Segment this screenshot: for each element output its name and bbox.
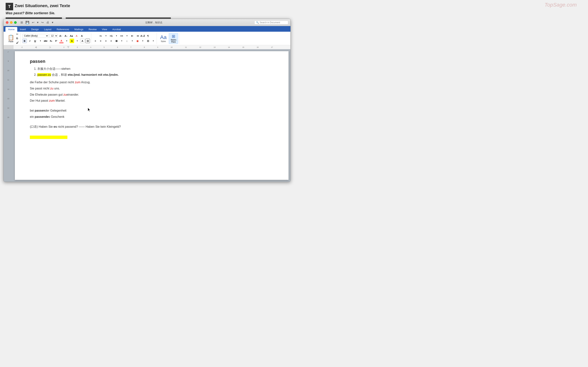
numbering-button[interactable]: ≡1 bbox=[109, 33, 113, 38]
multilevel-dropdown[interactable]: ▾ bbox=[125, 33, 129, 38]
tab-design[interactable]: Design bbox=[28, 27, 41, 32]
columns-dropdown[interactable]: ▾ bbox=[119, 39, 124, 43]
undo-icon[interactable]: ↩ bbox=[32, 21, 34, 24]
bullets-dropdown[interactable]: ▾ bbox=[104, 33, 108, 38]
cut-icon[interactable]: ✂ bbox=[16, 32, 19, 36]
justify-button[interactable]: ≡ bbox=[109, 39, 113, 43]
tab-mailings[interactable]: Mailings bbox=[72, 27, 86, 32]
ruler-mark: 17 bbox=[271, 46, 273, 48]
increase-indent-button[interactable]: ⇥ bbox=[135, 33, 140, 38]
zum-2: zum bbox=[49, 99, 55, 102]
ruler-indent-marker: ▽ bbox=[67, 46, 69, 48]
subscript-button[interactable]: X₂ bbox=[49, 39, 53, 43]
bold-button[interactable]: B bbox=[22, 39, 27, 43]
numbering-dropdown[interactable]: ▾ bbox=[114, 33, 119, 38]
font-size-select[interactable]: 12 bbox=[49, 34, 58, 38]
line-spacing-dropdown[interactable]: ▾ bbox=[130, 39, 134, 43]
spacer-2 bbox=[30, 120, 274, 124]
bg-subtitle: Was passt? Bitte sortieren Sie. bbox=[6, 11, 70, 15]
styles-button[interactable]: Aa Styles bbox=[159, 33, 168, 43]
line-num-10: 10 bbox=[7, 70, 9, 71]
paste-label: Paste bbox=[9, 41, 14, 42]
body-line-5: bei passender Gelegenheit bbox=[30, 108, 274, 113]
change-case-icon[interactable]: Aa bbox=[69, 33, 74, 38]
print-icon[interactable]: 🖨 bbox=[46, 21, 49, 24]
customize-icon[interactable]: ▾ bbox=[52, 21, 53, 24]
line-spacing-button[interactable]: ↕ bbox=[125, 39, 129, 43]
align-right-button[interactable]: ≡ bbox=[104, 39, 108, 43]
paste-button[interactable]: 📋 Paste bbox=[6, 33, 16, 43]
ruler-mark: 5 bbox=[104, 46, 104, 48]
close-button[interactable] bbox=[6, 21, 9, 24]
search-icon: 🔍 bbox=[256, 21, 259, 24]
line-num-12: 12 bbox=[7, 88, 9, 90]
layout-icon[interactable]: ⊞ bbox=[20, 21, 23, 24]
document-area: ↙ 9 10 11 12 13 14 15 passen 衣服大小合适——ste… bbox=[4, 49, 290, 182]
font-color-button[interactable]: A bbox=[59, 39, 64, 43]
minimize-button[interactable] bbox=[10, 21, 13, 24]
highlight-color-button[interactable]: A bbox=[70, 39, 74, 43]
redo-icon[interactable]: ↪ bbox=[41, 21, 43, 24]
ruler-mark: 14 bbox=[228, 46, 230, 48]
styles-pane-button[interactable]: ⊞ StylesPane bbox=[169, 33, 178, 44]
shading-dropdown[interactable]: ▾ bbox=[140, 39, 145, 43]
font-color-dropdown[interactable]: ▾ bbox=[64, 39, 69, 43]
sort-button[interactable]: A↕Z bbox=[140, 33, 145, 38]
save-icon[interactable]: 💾 bbox=[26, 21, 29, 24]
doc-page[interactable]: passen 衣服大小合适——stehen passen zu 合适，和谐 et… bbox=[15, 51, 289, 180]
borders-button[interactable]: ⊡ bbox=[146, 39, 150, 43]
underline-button[interactable]: U bbox=[33, 39, 37, 43]
search-bar[interactable]: 🔍 Search in Document bbox=[254, 21, 288, 24]
text-shading-button[interactable]: A bbox=[80, 39, 85, 43]
zu-1: zu bbox=[50, 87, 53, 90]
list-item-2-highlight: passen zu bbox=[37, 73, 51, 76]
font-name-select[interactable]: Calibri (Body) bbox=[22, 34, 49, 38]
ribbon-tabs: Home Insert Design Layout References Mai… bbox=[4, 26, 290, 32]
grow-font-icon[interactable]: A↑ bbox=[59, 33, 63, 38]
tab-references[interactable]: References bbox=[54, 27, 72, 32]
char-border-button[interactable]: ⊡ bbox=[86, 39, 90, 43]
highlight-dropdown[interactable]: ▾ bbox=[75, 39, 79, 43]
decrease-indent-button[interactable]: ⇤ bbox=[130, 33, 134, 38]
columns-button[interactable]: ⊞ bbox=[114, 39, 119, 43]
paste-icon: 📋 bbox=[8, 34, 14, 41]
underline-dropdown[interactable]: ▾ bbox=[38, 39, 43, 43]
body-line-7: (口语) Haben Sie es nicht passend? —— Habe… bbox=[30, 124, 274, 130]
maximize-button[interactable] bbox=[14, 21, 17, 24]
bullets-button[interactable]: ≡• bbox=[98, 33, 103, 38]
align-left-button[interactable]: ≡ bbox=[93, 39, 98, 43]
strikethrough-button[interactable]: abc bbox=[43, 39, 48, 43]
styles-icon: Aa bbox=[160, 34, 166, 40]
tab-acrobat[interactable]: Acrobat bbox=[110, 27, 123, 32]
tab-review[interactable]: Review bbox=[86, 27, 99, 32]
undo-dropdown-icon[interactable]: ▾ bbox=[37, 21, 38, 24]
list-item-2-bold: etw./jmd. harmoniert mit etw./jmdm. bbox=[68, 73, 119, 76]
ruler-mark: 15 bbox=[242, 46, 244, 48]
ruler-mark: 8 bbox=[144, 46, 145, 48]
format-painter-icon[interactable]: 🖌 bbox=[16, 41, 19, 44]
shading-button[interactable]: ◼ bbox=[135, 39, 140, 43]
es-bold: es bbox=[53, 125, 57, 128]
copy-icon[interactable]: ⧉ bbox=[16, 36, 19, 40]
multilevel-button[interactable]: ≡≡ bbox=[119, 33, 124, 38]
tab-layout[interactable]: Layout bbox=[42, 27, 54, 32]
ruler-mark: 9 bbox=[157, 46, 158, 48]
ruler: -2 -1 │1 2 3 4 5 6 7 8 9 10 11 12 13 14 … bbox=[4, 45, 290, 49]
align-center-button[interactable]: ≡ bbox=[98, 39, 103, 43]
show-marks-button[interactable]: ¶ bbox=[146, 33, 150, 38]
tab-insert[interactable]: Insert bbox=[17, 27, 29, 32]
shrink-font-icon[interactable]: A↓ bbox=[64, 33, 68, 38]
clear-format-icon[interactable]: A bbox=[74, 33, 79, 38]
text-effects-icon[interactable]: A bbox=[80, 33, 84, 38]
spacer-3 bbox=[30, 130, 274, 134]
margin-marker: ↙ bbox=[8, 51, 9, 53]
tab-view[interactable]: View bbox=[99, 27, 110, 32]
left-margin: ↙ 9 10 11 12 13 14 15 bbox=[4, 49, 13, 182]
styles-group: Aa Styles ⊞ StylesPane bbox=[157, 33, 180, 44]
italic-button[interactable]: I bbox=[28, 39, 32, 43]
borders-dropdown[interactable]: ▾ bbox=[151, 39, 156, 43]
tab-home[interactable]: Home bbox=[5, 27, 17, 32]
title-bar-icons: ⊞ 💾 ↩ ▾ ↪ 🖨 ▾ bbox=[20, 21, 53, 24]
list-item-2: passen zu 合适，和谐 etw./jmd. harmoniert mit… bbox=[37, 73, 274, 77]
superscript-button[interactable]: X² bbox=[54, 39, 58, 43]
